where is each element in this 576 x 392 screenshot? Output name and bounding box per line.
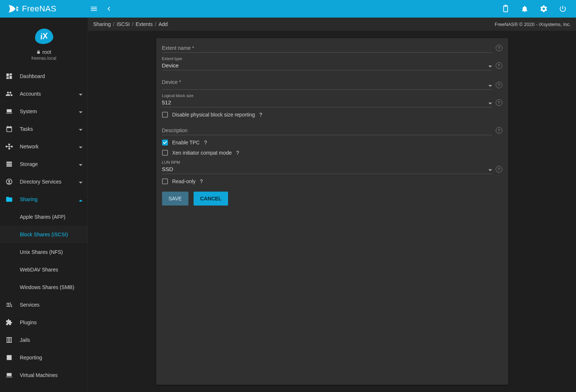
sidebar-item-system[interactable]: System <box>0 103 88 120</box>
sidebar-item-label: Virtual Machines <box>20 372 82 378</box>
sidebar-sub-block-shares[interactable]: Block Shares (iSCSI) <box>0 226 88 243</box>
laptop-icon <box>5 371 13 379</box>
breadcrumb-extents[interactable]: Extents <box>136 21 153 27</box>
xen-compat-label: Xen initiator compat mode <box>172 150 232 156</box>
svg-point-1 <box>8 180 10 182</box>
sidebar-item-label: Storage <box>20 161 72 167</box>
sidebar-item-dashboard[interactable]: Dashboard <box>0 67 88 85</box>
menu-toggle-icon[interactable] <box>88 3 100 15</box>
dropdown-arrow-icon <box>488 169 492 171</box>
power-icon[interactable] <box>557 3 569 15</box>
breadcrumb-iscsi[interactable]: iSCSI <box>117 21 130 27</box>
sidebar-item-directory-services[interactable]: Directory Services <box>0 173 88 191</box>
disable-pbs-label: Disable physical block size reporting <box>172 112 255 118</box>
logical-block-size-select[interactable]: 512 <box>162 98 492 107</box>
lun-rpm-label: LUN RPM <box>162 160 492 164</box>
contacts-icon <box>5 178 13 186</box>
freenas-logo-icon <box>4 3 19 15</box>
logo-area: FreeNAS <box>4 3 88 15</box>
device-select[interactable] <box>162 86 492 90</box>
enable-tpc-label: Enable TPC <box>172 140 200 145</box>
chart-icon <box>5 354 13 362</box>
help-icon[interactable]: ? <box>496 62 502 69</box>
sidebar-item-label: Reporting <box>20 355 82 360</box>
extent-type-select[interactable]: Device <box>162 61 492 70</box>
sidebar-item-label: System <box>20 108 72 114</box>
enable-tpc-checkbox[interactable] <box>162 140 168 145</box>
dropdown-arrow-icon <box>488 85 492 87</box>
sidebar-item-jails[interactable]: Jails <box>0 331 88 349</box>
tune-icon <box>5 301 13 309</box>
extent-name-label: Extent name * <box>162 45 492 53</box>
help-icon[interactable]: ? <box>496 82 502 88</box>
sidebar-item-plugins[interactable]: Plugins <box>0 314 88 331</box>
sidebar-item-label: Dashboard <box>20 73 82 79</box>
people-icon <box>5 90 13 98</box>
chevron-down-icon <box>79 180 82 184</box>
account-block: iX root freenas.local <box>0 18 88 67</box>
account-user-label: root <box>42 49 51 55</box>
cancel-button[interactable]: CANCEL <box>194 192 228 206</box>
sidebar-sub-apple-shares[interactable]: Apple Shares (AFP) <box>0 208 88 226</box>
help-icon[interactable]: ? <box>200 178 203 184</box>
read-only-label: Read-only <box>172 178 196 184</box>
sidebar-item-accounts[interactable]: Accounts <box>0 85 88 103</box>
sidebar-item-sharing[interactable]: Sharing <box>0 191 88 208</box>
sidebar-sub-windows-shares[interactable]: Windows Shares (SMB) <box>0 278 88 296</box>
chevron-left-icon[interactable] <box>103 3 114 15</box>
breadcrumb-add: Add <box>158 21 168 27</box>
read-only-checkbox[interactable] <box>162 178 168 184</box>
form-card: Extent name * ? Extent type Device ? <box>156 38 508 385</box>
disable-pbs-checkbox[interactable] <box>162 112 168 118</box>
sidebar-item-label: Jails <box>20 337 82 343</box>
save-button[interactable]: SAVE <box>162 192 188 206</box>
chevron-down-icon <box>79 110 82 113</box>
description-label: Description <box>162 127 492 135</box>
help-icon[interactable]: ? <box>204 140 207 145</box>
help-icon[interactable]: ? <box>496 99 502 106</box>
help-icon[interactable]: ? <box>259 112 262 118</box>
dashboard-icon <box>5 72 13 80</box>
sidebar-item-services[interactable]: Services <box>0 296 88 314</box>
jail-icon <box>5 336 13 344</box>
account-user: root <box>36 49 51 55</box>
sidebar-item-virtual-machines[interactable]: Virtual Machines <box>0 366 88 384</box>
copyright: FreeNAS® © 2020 - iXsystems, Inc. <box>495 22 571 27</box>
sidebar-item-label: Services <box>20 302 82 308</box>
help-icon[interactable]: ? <box>496 127 502 134</box>
device-label: Device * <box>162 79 492 86</box>
breadcrumb-sharing[interactable]: Sharing <box>93 21 111 27</box>
account-host: freenas.local <box>31 56 56 61</box>
xen-compat-checkbox[interactable] <box>162 150 168 156</box>
sidebar-item-label: Sharing <box>20 196 72 202</box>
extent-type-label: Extent type <box>162 56 492 61</box>
extension-icon <box>5 318 13 326</box>
sidebar-item-storage[interactable]: Storage <box>0 155 88 173</box>
sidebar-sub-webdav-shares[interactable]: WebDAV Shares <box>0 261 88 278</box>
sidebar-item-network[interactable]: Network <box>0 138 88 155</box>
sidebar-item-reporting[interactable]: Reporting <box>0 349 88 366</box>
breadcrumb: Sharing / iSCSI / Extents / Add FreeNAS®… <box>88 18 576 31</box>
ix-logo-icon: iX <box>34 27 54 45</box>
sidebar-sub-unix-shares[interactable]: Unix Shares (NFS) <box>0 243 88 261</box>
product-name: FreeNAS <box>22 4 56 14</box>
sidebar: iX root freenas.local Dashboard Accounts… <box>0 18 88 392</box>
sidebar-item-label: Tasks <box>20 126 72 132</box>
chevron-down-icon <box>79 92 82 96</box>
dropdown-arrow-icon <box>488 66 492 67</box>
logical-block-size-label: Logical block size <box>162 93 492 98</box>
lock-icon <box>36 50 41 54</box>
clipboard-icon[interactable] <box>500 3 511 15</box>
notifications-icon[interactable] <box>519 3 531 15</box>
chevron-down-icon <box>79 162 82 166</box>
dropdown-arrow-icon <box>488 103 492 104</box>
sidebar-item-label: Plugins <box>20 319 82 325</box>
chevron-up-icon <box>79 197 82 201</box>
help-icon[interactable]: ? <box>496 166 502 173</box>
lun-rpm-select[interactable]: SSD <box>162 164 492 174</box>
top-header: FreeNAS <box>0 0 576 18</box>
settings-icon[interactable] <box>538 3 550 15</box>
help-icon[interactable]: ? <box>496 45 502 51</box>
help-icon[interactable]: ? <box>236 150 239 156</box>
sidebar-item-tasks[interactable]: Tasks <box>0 120 88 138</box>
